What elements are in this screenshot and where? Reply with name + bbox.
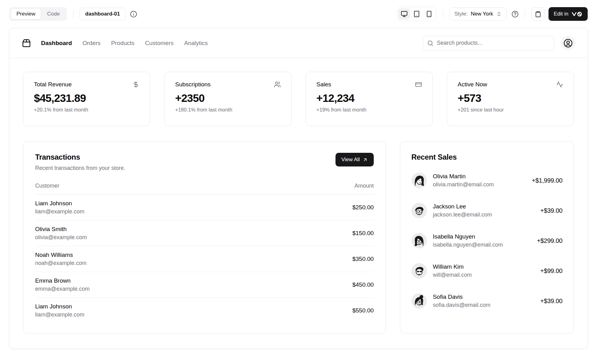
- device-mobile-button[interactable]: [423, 8, 435, 20]
- customer-email: olivia@example.com: [35, 234, 87, 241]
- chevrons-up-down-icon: [496, 11, 502, 17]
- stat-title: Active Now: [458, 81, 487, 88]
- stat-change: +19% from last month: [317, 107, 422, 113]
- dollar-sign-icon: [132, 81, 139, 88]
- info-button[interactable]: [130, 11, 137, 18]
- sale-amount: +$1,999.00: [532, 177, 562, 184]
- transactions-title: Transactions: [35, 153, 125, 162]
- customer-name: Emma Brown: [35, 277, 90, 284]
- arrow-up-right-icon: [363, 157, 368, 162]
- tab-code[interactable]: Code: [41, 8, 66, 20]
- stat-value: +2350: [175, 92, 280, 104]
- transaction-amount: $150.00: [352, 230, 374, 237]
- v0-logo-icon: [572, 11, 582, 17]
- smartphone-icon: [426, 11, 433, 17]
- customer-name: Liam Johnson: [35, 303, 84, 310]
- stat-change: +180.1% from last month: [175, 107, 280, 113]
- stat-card-active-now: Active Now +573 +201 since last hour: [447, 72, 574, 126]
- transactions-table: Customer Amount Liam Johnson liam@exampl…: [35, 183, 374, 323]
- list-item: Olivia Martin olivia.martin@email.com +$…: [411, 173, 562, 188]
- list-item: Isabella Nguyen isabella.nguyen@email.co…: [411, 233, 562, 248]
- customer-email: noah@example.com: [35, 260, 86, 266]
- transactions-card: Transactions Recent transactions from yo…: [23, 141, 386, 334]
- tab-preview[interactable]: Preview: [11, 8, 41, 20]
- activity-icon: [556, 81, 563, 88]
- avatar: [411, 233, 427, 248]
- sale-email: sofia.davis@email.com: [433, 302, 490, 308]
- style-select-label: Style:: [454, 11, 468, 17]
- table-row[interactable]: Noah Williams noah@example.com $350.00: [35, 246, 374, 272]
- info-icon: [130, 11, 137, 18]
- package-icon[interactable]: [22, 39, 31, 48]
- nav-item-dashboard[interactable]: Dashboard: [41, 40, 72, 47]
- users-icon: [274, 81, 281, 88]
- stat-title: Total Revenue: [34, 81, 72, 88]
- view-all-label: View All: [341, 157, 360, 163]
- stat-value: $45,231.89: [34, 92, 139, 104]
- nav-item-orders[interactable]: Orders: [82, 40, 100, 47]
- table-row[interactable]: Emma Brown emma@example.com $450.00: [35, 272, 374, 298]
- stat-card-subscriptions: Subscriptions +2350 +180.1% from last mo…: [164, 72, 291, 126]
- sale-email: olivia.martin@email.com: [433, 181, 494, 188]
- search-input[interactable]: [423, 36, 554, 51]
- stat-title: Subscriptions: [175, 81, 211, 88]
- stat-change: +201 since last hour: [458, 107, 563, 113]
- search-wrap: [423, 36, 554, 51]
- nav-item-customers[interactable]: Customers: [145, 40, 174, 47]
- list-item: William Kim will@email.com +$99.00: [411, 263, 562, 279]
- transaction-amount: $350.00: [352, 256, 374, 262]
- stat-title: Sales: [317, 81, 331, 88]
- device-tablet-button[interactable]: [411, 8, 423, 20]
- nav-item-products[interactable]: Products: [111, 40, 134, 47]
- help-circle-icon: [511, 11, 519, 18]
- sale-name: Olivia Martin: [433, 173, 494, 180]
- device-size-toggle: [397, 7, 437, 21]
- monitor-icon: [401, 11, 408, 17]
- sale-name: William Kim: [433, 263, 472, 270]
- customer-email: liam@example.com: [35, 208, 84, 215]
- style-select[interactable]: Style: New York: [449, 7, 506, 20]
- credit-card-icon: [415, 81, 422, 88]
- block-toolbar: Preview Code dashboard-01: [0, 0, 597, 28]
- table-row[interactable]: Liam Johnson liam@example.com $250.00: [35, 195, 374, 221]
- preview-code-toggle: Preview Code: [9, 7, 67, 21]
- stat-value: +573: [458, 92, 563, 104]
- customer-name: Olivia Smith: [35, 226, 87, 233]
- column-header-customer: Customer: [35, 183, 59, 189]
- clipboard-icon: [535, 11, 541, 17]
- style-select-value: New York: [471, 11, 493, 17]
- account-menu-button[interactable]: [561, 36, 575, 50]
- block-preview-frame: Dashboard Orders Products Customers Anal…: [9, 28, 588, 349]
- stat-value: +12,234: [317, 92, 422, 104]
- copy-code-button[interactable]: [531, 7, 545, 21]
- sale-name: Sofia Davis: [433, 293, 490, 300]
- nav-item-analytics[interactable]: Analytics: [184, 40, 208, 47]
- table-row[interactable]: Liam Johnson liam@example.com $550.00: [35, 298, 374, 323]
- sale-email: will@email.com: [433, 272, 472, 278]
- edit-in-v0-label: Edit in: [554, 11, 568, 17]
- transaction-amount: $450.00: [352, 281, 374, 288]
- table-row[interactable]: Olivia Smith olivia@example.com $150.00: [35, 221, 374, 246]
- edit-in-v0-button[interactable]: Edit in: [548, 7, 588, 21]
- sale-email: jackson.lee@email.com: [433, 212, 492, 218]
- avatar: [411, 263, 427, 279]
- avatar: [411, 203, 427, 218]
- sale-amount: +$39.00: [540, 207, 562, 214]
- avatar: [411, 173, 427, 188]
- help-button[interactable]: [511, 11, 519, 18]
- view-all-button[interactable]: View All: [336, 153, 374, 166]
- sale-amount: +$299.00: [537, 237, 562, 244]
- customer-email: emma@example.com: [35, 286, 90, 292]
- list-item: Sofia Davis sofia.davis@email.com +$39.0…: [411, 293, 562, 309]
- device-desktop-button[interactable]: [398, 8, 410, 20]
- column-header-amount: Amount: [354, 183, 374, 189]
- recent-sales-list: Olivia Martin olivia.martin@email.com +$…: [411, 173, 562, 309]
- list-item: Jackson Lee jackson.lee@email.com +$39.0…: [411, 203, 562, 218]
- toolbar-separator: [525, 10, 525, 18]
- transactions-subtitle: Recent transactions from your store.: [35, 165, 125, 171]
- recent-sales-card: Recent Sales Olivia Martin olivia.martin…: [400, 141, 574, 334]
- stats-row: Total Revenue $45,231.89 +20.1% from las…: [23, 72, 574, 126]
- sale-name: Jackson Lee: [433, 203, 492, 210]
- transaction-amount: $550.00: [352, 307, 374, 314]
- tablet-icon: [413, 11, 420, 17]
